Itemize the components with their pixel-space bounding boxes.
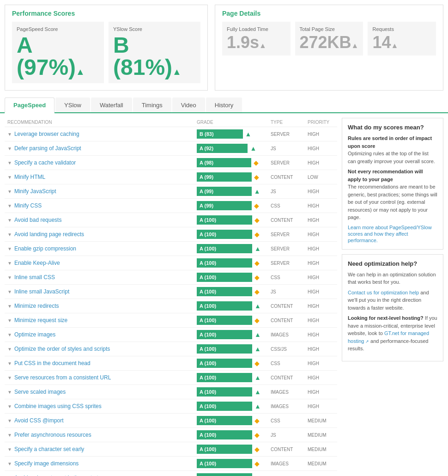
expand-arrow[interactable]: ▼	[7, 246, 12, 251]
rec-priority-cell: HIGH	[305, 385, 337, 399]
table-row: ▼Enable gzip compressionA (100)▲SERVERHI…	[5, 242, 337, 256]
rec-name-link[interactable]: Inline small CSS	[14, 274, 55, 281]
expand-arrow[interactable]: ▼	[7, 218, 12, 223]
rec-priority: HIGH	[308, 132, 319, 137]
expand-arrow[interactable]: ▼	[7, 232, 12, 237]
rec-type-cell: JS	[268, 184, 305, 199]
rec-name-link[interactable]: Avoid bad requests	[14, 217, 62, 223]
rec-name-link[interactable]: Prefer asynchronous resources	[14, 432, 91, 438]
rec-type-cell: IMAGES	[268, 457, 305, 471]
rec-priority: HIGH	[308, 261, 319, 266]
rec-name-link[interactable]: Minify CSS	[14, 202, 42, 209]
grade-bar: A (99)	[197, 201, 252, 210]
rec-priority: HIGH	[308, 246, 319, 251]
expand-arrow[interactable]: ▼	[7, 332, 12, 337]
rec-name-cell: ▼Minimize redirects	[5, 299, 194, 313]
tab-yslow[interactable]: YSlow	[55, 98, 90, 112]
rec-type-cell: SERVER	[268, 127, 305, 141]
rec-name-cell: ▼Avoid bad requests	[5, 213, 194, 227]
grade-diamond-icon: ◆	[254, 317, 260, 324]
rec-grade-cell: A (100)◆	[194, 356, 268, 371]
expand-arrow[interactable]: ▼	[7, 160, 12, 165]
expand-arrow[interactable]: ▼	[7, 189, 12, 194]
grade-bar: A (100)	[197, 215, 252, 225]
table-row: ▼Leverage browser cachingB (83)▲SERVERHI…	[5, 127, 337, 141]
expand-arrow[interactable]: ▼	[7, 361, 12, 366]
expand-arrow[interactable]: ▼	[7, 289, 12, 294]
rec-priority: MEDIUM	[308, 433, 327, 438]
page-size-label: Total Page Size	[300, 26, 359, 32]
rec-name-link[interactable]: Minimize request size	[14, 317, 67, 323]
rec-name-link[interactable]: Serve resources from a consistent URL	[14, 374, 111, 381]
tab-history[interactable]: History	[206, 98, 242, 112]
rec-name-link[interactable]: Enable gzip compression	[14, 245, 76, 252]
sidebar: What do my scores mean? Rules are sorted…	[342, 118, 443, 476]
grade-bar: A (99)	[197, 172, 252, 182]
rec-name-link[interactable]: Avoid CSS @import	[14, 417, 64, 424]
table-row: ▼Avoid CSS @importA (100)◆CSSMEDIUM	[5, 414, 337, 428]
rec-name-link[interactable]: Avoid landing page redirects	[14, 231, 84, 238]
tab-pagespeed[interactable]: PageSpeed	[5, 98, 54, 113]
expand-arrow[interactable]: ▼	[7, 261, 12, 266]
rec-name-link[interactable]: Inline small JavaScript	[14, 288, 69, 295]
expand-arrow[interactable]: ▼	[7, 203, 12, 208]
expand-arrow[interactable]: ▼	[7, 404, 12, 409]
rec-priority: HIGH	[308, 332, 319, 337]
fully-loaded-label: Fully Loaded Time	[227, 26, 286, 32]
hosting-link[interactable]: GT.net for managed hosting	[348, 330, 429, 344]
rec-name-link[interactable]: Enable Keep-Alive	[14, 260, 60, 266]
rec-name-cell: ▼Defer parsing of JavaScript	[5, 141, 194, 156]
expand-arrow[interactable]: ▼	[7, 375, 12, 380]
tab-waterfall[interactable]: Waterfall	[91, 98, 132, 112]
expand-arrow[interactable]: ▼	[7, 447, 12, 452]
rec-grade-cell: A (100)▲	[194, 299, 268, 313]
page-details-panel: Page Details Fully Loaded Time 1.9s▲ Tot…	[215, 5, 443, 91]
rec-name-link[interactable]: Specify a character set early	[14, 446, 84, 452]
grade-bar: A (100)	[197, 445, 252, 454]
expand-arrow[interactable]: ▼	[7, 146, 12, 151]
scores-info-link[interactable]: Learn more about PageSpeed/YSlow scores …	[348, 225, 432, 243]
rec-type: SERVER	[271, 132, 290, 137]
rec-name-link[interactable]: Leverage browser caching	[14, 131, 79, 137]
rec-name-link[interactable]: Combine images using CSS sprites	[14, 403, 102, 409]
rec-name-link[interactable]: Specify a cache validator	[14, 159, 76, 166]
grade-bar: A (100)	[197, 402, 252, 411]
rec-name-link[interactable]: Minify JavaScript	[14, 188, 56, 195]
rec-grade-cell: A (100)◆	[194, 285, 268, 299]
expand-arrow[interactable]: ▼	[7, 461, 12, 466]
rec-name-link[interactable]: Defer parsing of JavaScript	[14, 145, 81, 152]
optimization-p2: Contact us for optimization help and we'…	[348, 289, 437, 312]
tab-timings[interactable]: Timings	[133, 98, 171, 112]
rec-type: JS	[271, 146, 276, 151]
rec-priority: LOW	[308, 175, 318, 180]
rec-grade-cell: A (99)◆	[194, 170, 268, 184]
grade-up-icon: ▲	[254, 374, 261, 381]
expand-arrow[interactable]: ▼	[7, 347, 12, 352]
expand-arrow[interactable]: ▼	[7, 433, 12, 438]
rec-type-cell: IMAGES	[268, 399, 305, 414]
expand-arrow[interactable]: ▼	[7, 418, 12, 423]
rec-name-link[interactable]: Put CSS in the document head	[14, 360, 91, 366]
grade-bar: A (100)	[197, 359, 252, 368]
grade-up-icon: ▲	[250, 145, 256, 152]
expand-arrow[interactable]: ▼	[7, 175, 12, 180]
rec-name-link[interactable]: Optimize images	[14, 331, 55, 338]
rec-name-link[interactable]: Serve scaled images	[14, 389, 66, 395]
expand-arrow[interactable]: ▼	[7, 390, 12, 395]
expand-arrow[interactable]: ▼	[7, 132, 12, 137]
expand-arrow[interactable]: ▼	[7, 275, 12, 280]
rec-name-cell: ▼Inline small CSS	[5, 270, 194, 285]
contact-link[interactable]: Contact us for optimization help	[348, 290, 419, 295]
rec-name-link[interactable]: Minimize redirects	[14, 303, 59, 309]
expand-arrow[interactable]: ▼	[7, 318, 12, 323]
yslow-score-box: YSlow Score B (81%)▲	[109, 22, 200, 83]
tab-video[interactable]: Video	[172, 98, 205, 112]
table-row: ▼Avoid landing page redirectsA (100)◆SER…	[5, 227, 337, 242]
rec-name-link[interactable]: Specify image dimensions	[14, 460, 79, 467]
table-row: ▼Optimize imagesA (100)▲IMAGESHIGH	[5, 328, 337, 342]
expand-arrow[interactable]: ▼	[7, 304, 12, 309]
rec-name-link[interactable]: Minify HTML	[14, 174, 45, 180]
col-header-priority: Priority	[305, 118, 337, 127]
rec-type-cell: CONTENT	[268, 471, 305, 476]
rec-name-link[interactable]: Optimize the order of styles and scripts	[14, 346, 110, 352]
